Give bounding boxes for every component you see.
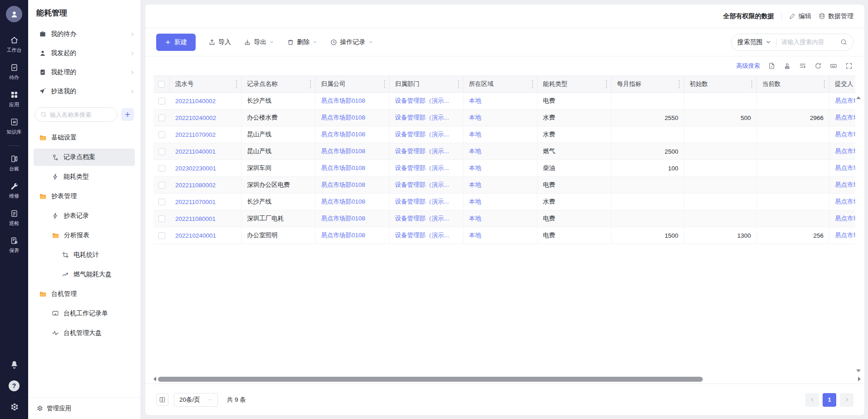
column-menu-icon[interactable]: [679, 80, 680, 88]
cell-dept[interactable]: 设备管理部（演示...: [390, 126, 464, 143]
cell-serial[interactable]: 202210240002: [170, 110, 242, 126]
operation-log-button[interactable]: 操作记录: [330, 38, 373, 46]
cell-dept[interactable]: 设备管理部（演示...: [390, 227, 464, 244]
tree-folder[interactable]: 分析报表: [34, 227, 135, 244]
column-menu-icon[interactable]: [310, 80, 311, 88]
tree-folder[interactable]: 抄表管理: [34, 188, 135, 205]
table-row[interactable]: 202302230001深圳车间易点市场部0108设备管理部（演示...本地柴油…: [153, 160, 855, 177]
tree-folder[interactable]: 基础设置: [34, 129, 135, 146]
refresh-icon[interactable]: [814, 62, 822, 70]
rail-item-3[interactable]: 应用: [9, 90, 19, 108]
table-row[interactable]: 202211070001长沙产线易点市场部0108设备管理部（演示...本地水费…: [153, 194, 855, 210]
column-header-region[interactable]: 所在区域: [464, 76, 538, 92]
sidebar-menu-item-3[interactable]: 我处理的: [28, 63, 140, 82]
column-menu-icon[interactable]: [236, 80, 237, 88]
current-page-button[interactable]: 1: [823, 393, 836, 407]
column-header-name[interactable]: 记录点名称: [242, 76, 316, 92]
column-menu-icon[interactable]: [458, 80, 459, 88]
cell-region[interactable]: 本地: [464, 143, 538, 160]
edit-button[interactable]: 编辑: [789, 12, 811, 20]
manage-app-button[interactable]: 管理应用: [28, 397, 140, 419]
row-checkbox[interactable]: [158, 148, 165, 155]
cell-region[interactable]: 本地: [464, 160, 538, 176]
add-node-button[interactable]: [121, 108, 134, 121]
cell-serial[interactable]: 202210240001: [170, 227, 242, 244]
cell-company[interactable]: 易点市场部0108: [316, 177, 390, 193]
column-menu-icon[interactable]: [606, 80, 607, 88]
cell-company[interactable]: 易点市场部0108: [316, 126, 390, 143]
cell-company[interactable]: 易点市场部0108: [316, 194, 390, 210]
scrollbar-thumb[interactable]: [158, 377, 703, 382]
new-button[interactable]: 新建: [156, 34, 196, 51]
tree-item[interactable]: 记录点档案: [34, 149, 135, 166]
export-button[interactable]: 导出: [244, 38, 274, 46]
cell-company[interactable]: 易点市场部0108: [316, 143, 390, 160]
cell-region[interactable]: 本地: [464, 126, 538, 143]
column-menu-icon[interactable]: [751, 80, 752, 88]
tree-item[interactable]: 电耗统计: [34, 246, 135, 264]
rail-item-1[interactable]: 工作台: [7, 36, 22, 54]
column-header-current[interactable]: 当前数: [757, 76, 829, 92]
column-header-type[interactable]: 能耗类型: [538, 76, 612, 92]
cell-submitter[interactable]: 易点市场: [829, 126, 855, 143]
next-page-button[interactable]: [840, 393, 853, 407]
search-scope-select[interactable]: 搜索范围: [737, 38, 772, 46]
sidebar-search-input[interactable]: [50, 111, 112, 118]
cell-dept[interactable]: 设备管理部（演示...: [390, 177, 464, 193]
import-button[interactable]: 导入: [208, 38, 231, 46]
advanced-search-link[interactable]: 高级搜索: [736, 62, 760, 70]
cell-submitter[interactable]: 易点市场: [829, 177, 855, 193]
preview-doc-icon[interactable]: [768, 62, 775, 70]
row-checkbox[interactable]: [158, 165, 165, 172]
column-header-company[interactable]: 归属公司: [316, 76, 390, 92]
cell-region[interactable]: 本地: [464, 194, 538, 210]
cell-serial[interactable]: 202211070002: [170, 126, 242, 143]
tree-item[interactable]: 能耗类型: [34, 168, 135, 185]
data-scope-label[interactable]: 全部有权限的数据: [723, 12, 774, 20]
vertical-scrollbar[interactable]: [855, 75, 862, 376]
cell-region[interactable]: 本地: [464, 177, 538, 193]
column-header-submitter[interactable]: 提交人: [829, 76, 855, 92]
cell-submitter[interactable]: 易点市场: [829, 143, 855, 160]
sidebar-menu-item-2[interactable]: 我发起的: [28, 44, 140, 63]
rail-item-4[interactable]: AI知识库: [7, 118, 22, 135]
tree-item[interactable]: 台机工作记录单: [34, 305, 135, 322]
column-menu-icon[interactable]: [532, 80, 533, 88]
row-checkbox[interactable]: [158, 232, 165, 239]
cell-dept[interactable]: 设备管理部（演示...: [390, 143, 464, 160]
row-height-button[interactable]: [156, 394, 168, 406]
scrollbar-track[interactable]: [158, 377, 856, 382]
search-icon[interactable]: [840, 39, 847, 45]
table-row[interactable]: 202211070002昆山产线易点市场部0108设备管理部（演示...本地水费…: [153, 126, 855, 143]
cell-serial[interactable]: 202211070001: [170, 194, 242, 210]
cell-dept[interactable]: 设备管理部（演示...: [390, 93, 464, 109]
column-header-dept[interactable]: 归属部门: [390, 76, 464, 92]
sidebar-menu-item-4[interactable]: 抄送我的: [28, 82, 140, 101]
cell-submitter[interactable]: 易点市场: [829, 210, 855, 227]
select-all-checkbox[interactable]: [158, 81, 165, 88]
column-menu-icon[interactable]: [384, 80, 385, 88]
sidebar-search-box[interactable]: [35, 107, 118, 122]
row-checkbox[interactable]: [158, 98, 165, 105]
table-row[interactable]: 202211040002长沙产线易点市场部0108设备管理部（演示...本地电费…: [153, 93, 855, 110]
scroll-right-icon[interactable]: [858, 377, 861, 381]
fullscreen-icon[interactable]: [845, 62, 853, 70]
column-header-serial[interactable]: 流水号: [170, 76, 242, 92]
cell-submitter[interactable]: 易点市场: [829, 194, 855, 210]
cell-dept[interactable]: 设备管理部（演示...: [390, 110, 464, 126]
scroll-down-icon[interactable]: [856, 369, 861, 372]
page-size-select[interactable]: 20条/页: [174, 393, 218, 407]
sidebar-menu-item-1[interactable]: 我的待办: [28, 25, 140, 44]
cell-submitter[interactable]: 易点市场: [829, 110, 855, 126]
tree-folder[interactable]: 台机管理: [34, 285, 135, 303]
tree-item[interactable]: 抄表记录: [34, 207, 135, 224]
rail-item-8[interactable]: 保养: [9, 236, 19, 254]
keyboard-icon[interactable]: [830, 62, 837, 70]
column-menu-icon[interactable]: [824, 80, 825, 88]
table-search-input[interactable]: [781, 39, 840, 45]
data-manage-button[interactable]: 数据管理: [819, 12, 853, 20]
help-icon[interactable]: ?: [9, 380, 20, 391]
cell-company[interactable]: 易点市场部0108: [316, 210, 390, 227]
row-checkbox[interactable]: [158, 131, 165, 138]
row-checkbox[interactable]: [158, 199, 165, 205]
